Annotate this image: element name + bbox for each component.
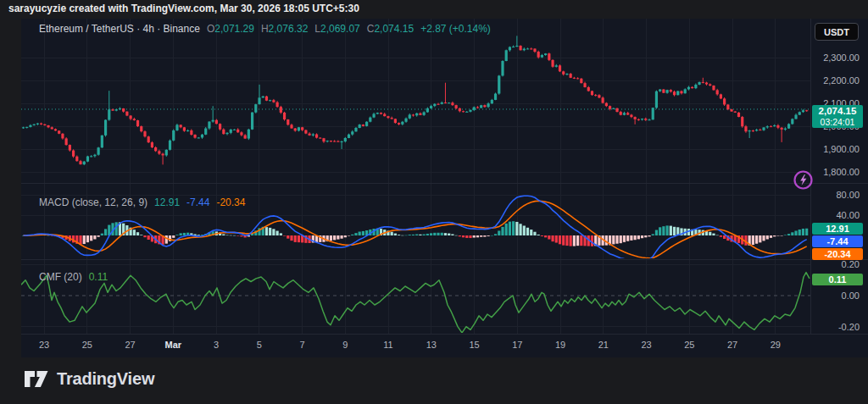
time-tick-label: 23 <box>25 340 63 350</box>
ohlc-values: O2,071.29H2,076.32L2,069.07C2,074.15 <box>207 23 414 35</box>
macd-tick-label: 40.00 <box>812 210 860 220</box>
current-price-value: 2,074.15 <box>812 106 863 117</box>
macd-legend: MACD (close, 12, 26, 9) 12.91 -7.44 -20.… <box>39 196 245 208</box>
price-tick-label: 1,800.00 <box>812 167 860 177</box>
macd-hist-badge: 12.91 <box>812 223 863 235</box>
price-tick-label: 1,900.00 <box>812 144 860 154</box>
tradingview-logo-icon <box>24 370 49 388</box>
tradingview-widget: sarayucyzie created with TradingView.com… <box>0 0 868 404</box>
time-tick-label: 9 <box>326 340 364 350</box>
ohlc-c: C2,074.15 <box>367 23 414 35</box>
time-tick-label: 17 <box>498 340 536 350</box>
time-tick-label: 27 <box>714 340 751 350</box>
currency-toggle-button[interactable]: USDT <box>815 23 859 41</box>
time-tick-label: Mar <box>154 340 192 350</box>
cmf-badge: 0.11 <box>812 274 863 285</box>
time-tick-label: 3 <box>198 340 235 350</box>
macd-line-badge: -7.44 <box>812 235 863 247</box>
time-tick-label: 15 <box>456 340 493 350</box>
macd-label[interactable]: MACD (close, 12, 26, 9) <box>39 196 147 208</box>
time-tick-label: 11 <box>370 340 407 350</box>
price-change: +2.87 (+0.14%) <box>420 23 491 35</box>
macd-signal-badge: -20.34 <box>812 248 863 260</box>
cmf-label[interactable]: CMF (20) <box>39 271 82 283</box>
time-tick-label: 19 <box>542 340 579 350</box>
symbol-title[interactable]: Ethereum / TetherUS · 4h · Binance <box>39 23 200 35</box>
price-tick-label: 2,200.00 <box>812 75 860 86</box>
macd-signal-value: -20.34 <box>216 196 245 208</box>
time-tick-label: 29 <box>757 340 794 350</box>
macd-tick-label: 80.00 <box>812 190 860 200</box>
macd-hist-value: 12.91 <box>154 196 180 208</box>
ohlc-h: H2,076.32 <box>261 23 308 35</box>
ohlc-l: L2,069.07 <box>314 23 359 35</box>
time-tick-label: 13 <box>413 340 450 350</box>
tradingview-logo[interactable]: TradingView <box>24 369 154 389</box>
cmf-legend: CMF (20) 0.11 <box>39 271 108 283</box>
cmf-tick-label: 0.00 <box>812 291 860 301</box>
tradingview-logo-text: TradingView <box>57 369 154 389</box>
cmf-value: 0.11 <box>89 271 108 283</box>
macd-line-value: -7.44 <box>186 196 209 208</box>
lightning-icon <box>792 169 815 191</box>
cmf-tick-label: 0.20 <box>812 259 860 269</box>
time-tick-label: 5 <box>241 340 278 350</box>
time-tick-label: 21 <box>585 340 622 350</box>
time-tick-label: 7 <box>284 340 321 350</box>
boost-button[interactable] <box>792 169 815 191</box>
time-tick-label: 25 <box>670 340 708 350</box>
time-tick-label: 27 <box>112 340 149 350</box>
ohlc-o: O2,071.29 <box>207 23 254 35</box>
time-tick-label: 23 <box>628 340 665 350</box>
price-tick-label: 2,300.00 <box>812 53 860 63</box>
time-tick-label: 25 <box>69 340 106 350</box>
countdown-timer: 03:24:01 <box>812 117 863 127</box>
current-price-badge: 2,074.15 03:24:01 <box>812 105 863 128</box>
cmf-tick-label: -0.20 <box>812 322 860 332</box>
symbol-legend: Ethereum / TetherUS · 4h · Binance O2,07… <box>39 23 491 35</box>
